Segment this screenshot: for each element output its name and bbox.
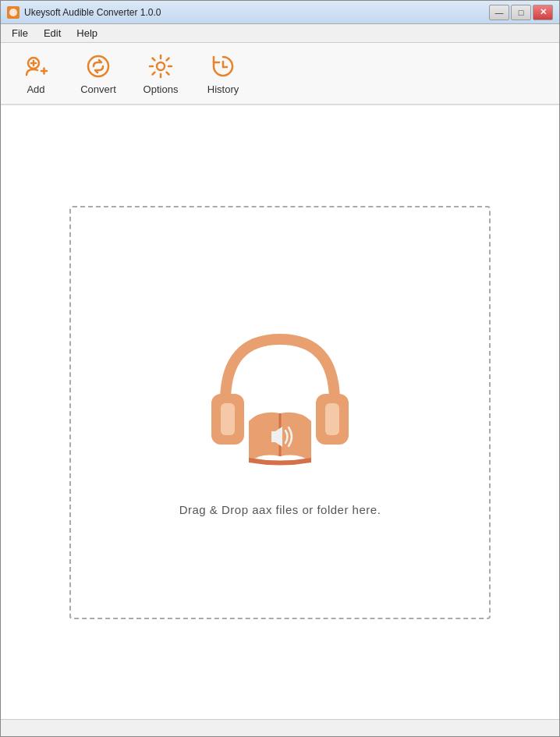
title-bar: Ukeysoft Audible Converter 1.0.0 — □ ✕ — [1, 1, 559, 24]
add-label: Add — [27, 83, 44, 95]
window-controls: — □ ✕ — [489, 5, 553, 20]
convert-icon — [84, 52, 112, 80]
add-button[interactable]: Add — [9, 46, 63, 101]
menu-help[interactable]: Help — [69, 26, 105, 41]
svg-point-7 — [157, 62, 165, 70]
options-label: Options — [144, 83, 179, 95]
maximize-button[interactable]: □ — [511, 5, 531, 20]
menu-edit[interactable]: Edit — [36, 26, 69, 41]
minimize-button[interactable]: — — [489, 5, 509, 20]
drop-zone-text: Drag & Drop aax files or folder here. — [179, 503, 381, 516]
add-icon — [22, 52, 50, 80]
history-icon — [209, 52, 237, 80]
svg-rect-11 — [221, 403, 235, 435]
svg-point-0 — [9, 9, 17, 16]
app-icon — [7, 6, 19, 19]
convert-label: Convert — [80, 83, 116, 95]
drop-zone-icon — [194, 308, 366, 480]
window-title: Ukeysoft Audible Converter 1.0.0 — [24, 7, 489, 18]
close-button[interactable]: ✕ — [533, 5, 553, 20]
main-content: Drag & Drop aax files or folder here. — [1, 105, 559, 719]
status-bar — [1, 719, 559, 736]
toolbar: Add Convert Options — [1, 43, 559, 105]
history-label: History — [207, 83, 239, 95]
options-button[interactable]: Options — [133, 46, 188, 101]
app-window: Ukeysoft Audible Converter 1.0.0 — □ ✕ F… — [0, 0, 560, 737]
drop-zone[interactable]: Drag & Drop aax files or folder here. — [69, 206, 491, 619]
history-button[interactable]: History — [196, 46, 250, 101]
svg-point-6 — [88, 56, 108, 76]
menu-file[interactable]: File — [4, 26, 36, 41]
options-icon — [147, 52, 175, 80]
menu-bar: File Edit Help — [1, 24, 559, 43]
convert-button[interactable]: Convert — [71, 46, 126, 101]
svg-rect-13 — [325, 403, 339, 435]
